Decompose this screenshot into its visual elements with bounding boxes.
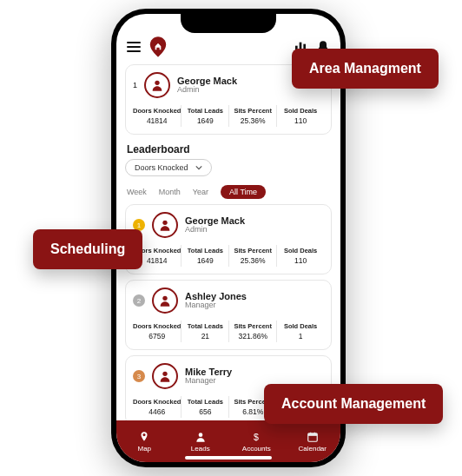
row-role: Manager	[185, 377, 232, 386]
stat-value: 4466	[133, 407, 181, 416]
leaderboard-row[interactable]: 2 Ashley Jones Manager Doors Knocked6759…	[125, 280, 332, 350]
stat-value: 6759	[133, 332, 181, 340]
stat-value: 1649	[182, 116, 228, 125]
svg-rect-10	[308, 433, 318, 435]
stat-header: Total Leads	[182, 398, 228, 406]
stat-header: Doors Knocked	[133, 107, 181, 115]
tab-all-time[interactable]: All Time	[221, 185, 266, 199]
featured-role: Admin	[177, 86, 237, 95]
avatar-icon	[144, 72, 170, 98]
calendar-icon	[307, 431, 319, 443]
row-role: Manager	[185, 301, 247, 310]
period-tabs: Week Month Year All Time	[127, 185, 330, 199]
stat-header: Doors Knocked	[133, 398, 181, 406]
avatar-icon	[152, 212, 178, 238]
svg-point-5	[162, 296, 167, 301]
nav-label: Map	[137, 445, 151, 453]
notch	[181, 14, 276, 33]
stat-value: 41814	[133, 116, 181, 125]
overlay-account-management: Account Management	[264, 384, 443, 424]
stat-value: 25.36%	[229, 256, 276, 265]
featured-rank: 1	[133, 81, 137, 89]
stat-header: Sold Deals	[277, 107, 324, 115]
nav-calendar[interactable]: Calendar	[285, 420, 341, 462]
stat-header: Total Leads	[182, 247, 228, 255]
svg-text:$: $	[254, 431, 259, 441]
dollar-icon: $	[250, 431, 262, 443]
chevron-down-icon	[195, 164, 202, 171]
stat-header: Sold Deals	[277, 247, 324, 255]
stat-header: Sits Percent	[229, 107, 276, 115]
stat-value: 25.36%	[229, 116, 276, 125]
overlay-scheduling: Scheduling	[33, 229, 142, 269]
leaderboard-row[interactable]: 1 George Mack Admin Doors Knocked41814 T…	[125, 204, 332, 274]
stat-value: 321.86%	[229, 332, 276, 340]
stat-header: Sold Deals	[277, 322, 324, 330]
rank-badge: 3	[133, 370, 145, 382]
menu-icon[interactable]	[127, 42, 141, 52]
stat-value: 1649	[182, 256, 228, 265]
avatar-icon	[152, 363, 178, 389]
stat-header: Total Leads	[182, 322, 228, 330]
app-logo	[149, 36, 167, 57]
main-content: 1 George Mack Admin Doors Knocked41814	[116, 59, 340, 420]
stat-value: 110	[277, 256, 324, 265]
map-pin-icon	[138, 431, 150, 443]
svg-point-4	[162, 221, 167, 225]
stat-header: Total Leads	[182, 107, 228, 115]
leaderboard-title: Leaderboard	[127, 143, 330, 155]
svg-point-7	[198, 433, 202, 437]
home-indicator	[185, 456, 272, 459]
featured-stats: Doors Knocked41814 Total Leads1649 Sits …	[133, 105, 324, 127]
person-icon	[195, 431, 207, 443]
row-role: Admin	[185, 226, 245, 235]
tab-month[interactable]: Month	[159, 188, 181, 196]
stat-value: 1	[277, 332, 324, 340]
stat-header: Doors Knocked	[133, 322, 181, 330]
svg-point-6	[162, 372, 167, 376]
nav-map[interactable]: Map	[116, 420, 173, 462]
stat-header: Sits Percent	[229, 247, 276, 255]
metric-dropdown[interactable]: Doors Knocked	[125, 159, 212, 176]
tab-year[interactable]: Year	[193, 188, 208, 196]
stat-value: 656	[182, 407, 228, 416]
svg-point-3	[155, 81, 159, 85]
stat-header: Sits Percent	[229, 322, 276, 330]
tab-week[interactable]: Week	[127, 188, 147, 196]
rank-badge: 2	[133, 294, 145, 307]
avatar-icon	[152, 288, 178, 314]
stat-value: 21	[182, 332, 228, 340]
nav-label: Leads	[191, 445, 210, 453]
overlay-area-management: Area Managment	[292, 49, 439, 89]
nav-label: Calendar	[299, 445, 327, 453]
dropdown-label: Doors Knocked	[135, 163, 188, 172]
nav-label: Accounts	[242, 445, 271, 453]
stat-value: 110	[277, 116, 324, 125]
